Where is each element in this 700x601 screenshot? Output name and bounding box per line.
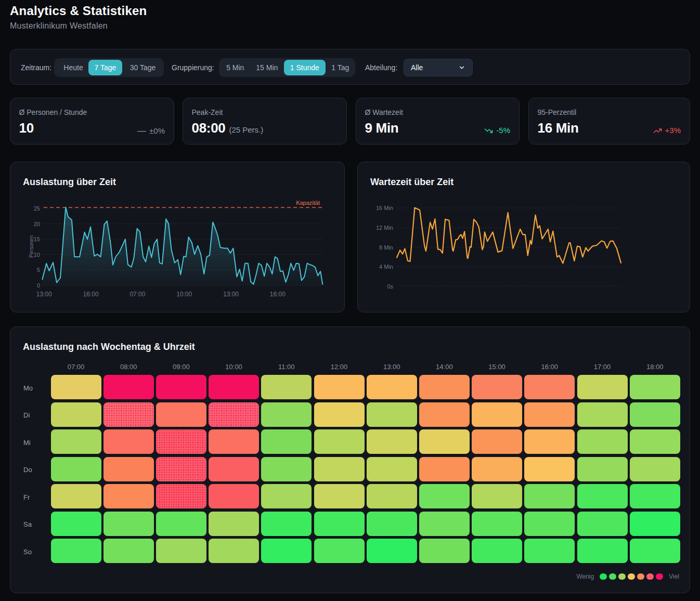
svg-text:10:00: 10:00	[176, 291, 192, 298]
svg-text:10: 10	[34, 252, 40, 258]
svg-text:16 Min: 16 Min	[376, 205, 393, 211]
svg-text:16:00: 16:00	[83, 291, 99, 298]
svg-text:07:00: 07:00	[129, 291, 145, 298]
svg-text:13:00: 13:00	[223, 291, 239, 298]
svg-text:8 Min: 8 Min	[379, 244, 393, 251]
svg-text:25: 25	[34, 205, 40, 212]
svg-text:0s: 0s	[387, 283, 393, 290]
svg-text:Kapazität: Kapazität	[296, 200, 320, 206]
svg-text:5: 5	[37, 267, 40, 273]
svg-text:20: 20	[34, 221, 40, 227]
svg-text:4 Min: 4 Min	[379, 264, 393, 270]
svg-text:16:00: 16:00	[270, 291, 286, 298]
svg-text:12 Min: 12 Min	[376, 225, 393, 231]
svg-text:0: 0	[37, 282, 40, 289]
svg-text:15: 15	[34, 236, 40, 242]
svg-text:13:00: 13:00	[36, 291, 52, 298]
svg-text:Personen: Personen	[29, 236, 34, 258]
